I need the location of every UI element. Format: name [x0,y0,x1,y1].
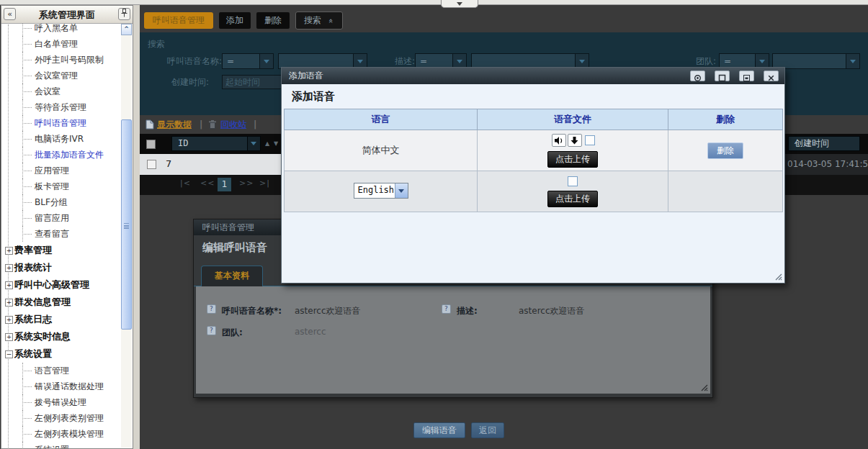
voice-name-field-label: 呼叫语音名称*: [222,305,282,317]
edit-window-heading: 编辑呼叫语音 [202,241,267,255]
sidebar-item[interactable]: 左侧列表模块管理 [1,426,120,442]
sidebar-item[interactable]: 白名单管理 [1,36,120,52]
team-value-select[interactable] [772,53,860,69]
resize-handle[interactable] [701,384,708,391]
expand-icon[interactable] [5,281,13,289]
sidebar-pin-button[interactable] [118,8,130,20]
voice-file-cell: 点击上传 [478,171,668,212]
sidebar-item[interactable]: 电脑话务IVR [1,131,120,147]
sidebar-item[interactable]: 等待音乐管理 [1,99,120,115]
sidebar-item[interactable]: 拨号错误处理 [1,394,120,410]
sidebar-item-call-voice-management[interactable]: 呼叫语音管理 [1,115,120,131]
edit-voice-button[interactable]: 编辑语音 [413,422,465,438]
sidebar-group[interactable]: 群发信息管理 [1,294,120,311]
language-select[interactable]: English [354,183,408,199]
minimize-button[interactable] [739,71,754,81]
delete-button[interactable]: 删除 [256,12,290,29]
collapse-up-icon: « [323,19,339,24]
delete-row-button[interactable]: 删除 [707,142,743,159]
recycle-bin-link[interactable]: 回收站 [220,117,246,132]
search-toggle-button[interactable]: 搜索« [295,12,343,30]
sidebar-item[interactable]: 左侧列表类别管理 [1,410,120,426]
id-column-select[interactable]: ID [171,136,261,151]
voice-file-checkbox[interactable] [585,135,595,145]
sidebar-scrollbar[interactable]: ^ [121,24,132,448]
back-button[interactable]: 返回 [471,422,504,438]
sidebar-item[interactable]: 板卡管理 [1,178,120,194]
play-audio-button[interactable] [552,134,566,147]
search-panel-title: 搜索 [148,36,165,52]
upload-button[interactable]: 点击上传 [547,151,598,168]
sidebar-group[interactable]: 费率管理 [1,242,120,259]
expand-icon[interactable] [5,333,13,341]
expand-icon[interactable] [5,264,13,272]
panel-splitter[interactable] [133,5,140,449]
created-column-select[interactable]: 创建时间 [788,136,860,151]
top-panel-strip [0,0,868,5]
description-field-value: astercc欢迎语音 [519,305,585,317]
sidebar-item[interactable]: 查看留言 [1,226,120,242]
sidebar-item[interactable]: 错误通话数据处理 [1,378,120,394]
team-field-label: 团队: [222,327,243,339]
sidebar-group[interactable]: 系统实时信息 [1,328,120,345]
sidebar-group[interactable]: 系统日志 [1,311,120,328]
maximize-button[interactable] [715,71,730,81]
show-data-link[interactable]: 显示数据 [157,117,192,132]
tab-call-voice-management[interactable]: 呼叫语音管理 [144,12,213,29]
language-cell: English [285,171,478,212]
close-icon [767,74,775,82]
add-button[interactable]: 添加 [219,12,251,29]
scrollbar-thumb[interactable] [121,119,132,330]
refresh-button[interactable] [690,71,705,81]
voice-name-op-select[interactable]: = [222,53,274,69]
dialog-resize-handle[interactable] [775,273,782,281]
scrollbar-grip-icon [124,223,129,224]
sidebar-title: 系统管理界面 [1,9,133,22]
created-time-label: 创建时间: [171,74,209,90]
column-header-delete: 删除 [668,109,783,130]
help-icon[interactable]: ? [207,304,216,314]
sidebar-item[interactable]: 外呼主叫号码限制 [1,52,120,68]
first-page-button[interactable]: |< [180,178,191,188]
sidebar-item[interactable]: 呼入黑名单 [1,24,120,36]
sidebar-group-system-settings[interactable]: 系统设置 [1,345,120,363]
next-page-button[interactable]: >> [239,178,254,188]
upload-button[interactable]: 点击上传 [547,191,598,207]
close-button[interactable] [764,71,779,81]
tab-basic-info[interactable]: 基本资料 [201,266,263,286]
collapse-icon[interactable] [5,350,13,358]
expand-icon[interactable] [5,247,13,255]
row-checkbox[interactable] [147,160,156,169]
help-icon[interactable]: ? [207,326,216,335]
select-all-checkbox[interactable] [146,140,156,149]
sidebar-item[interactable]: 会议室 [1,83,120,99]
sidebar-item[interactable]: 会议室管理 [1,68,120,83]
chevron-down-icon [457,2,462,6]
sort-desc-icon[interactable]: ▼ [274,140,278,147]
download-button[interactable] [568,134,582,147]
sidebar-group[interactable]: 呼叫中心高级管理 [1,276,120,294]
speaker-icon [554,136,564,145]
sidebar-item[interactable]: 应用管理 [1,163,120,178]
row-created-cell: 014-03-05 17:41:53 [785,154,868,175]
prev-page-button[interactable]: << [200,178,215,188]
sidebar-group[interactable]: 报表统计 [1,259,120,276]
sidebar-item[interactable]: 语言管理 [1,363,120,378]
sidebar-item[interactable]: 系统设置 [1,442,120,448]
sort-asc-icon[interactable]: ▲ [265,140,269,147]
team-field-value: astercc [295,327,326,337]
language-cell: 简体中文 [285,130,478,171]
separator: | [254,117,256,132]
sidebar-item[interactable]: 留言应用 [1,210,120,226]
sidebar-item[interactable]: BLF分组 [1,194,120,210]
expand-icon[interactable] [5,316,13,324]
expand-icon[interactable] [5,299,13,307]
last-page-button[interactable]: >| [259,178,270,188]
help-icon[interactable]: ? [442,304,451,314]
chevron-down-icon [395,183,408,198]
current-page[interactable]: 1 [218,178,231,191]
voice-file-checkbox[interactable] [568,176,578,186]
scroll-up-arrow[interactable]: ^ [121,24,132,35]
panel-collapse-handle[interactable] [441,0,478,8]
sidebar-item-batch-add-voice[interactable]: 批量添加语音文件 [1,147,120,163]
